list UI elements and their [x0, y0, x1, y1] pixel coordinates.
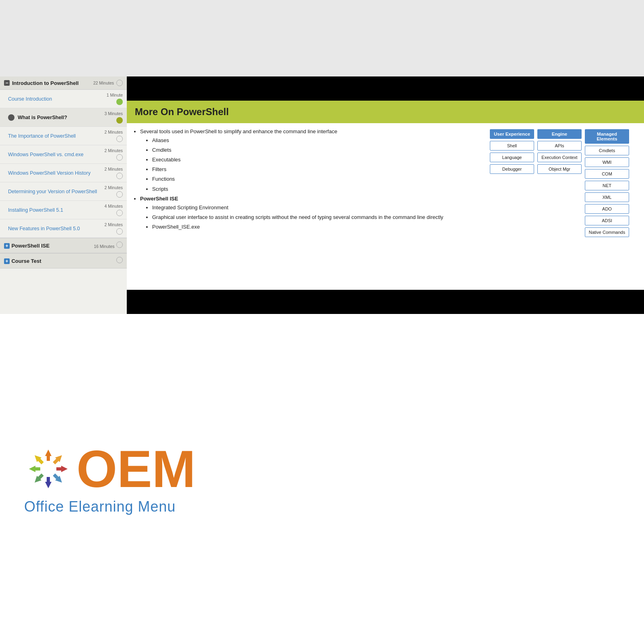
bullet-1: Several tools used in PowerShell to simp… [140, 127, 473, 194]
item-left: Installing PowerShell 5.1 [8, 207, 63, 213]
section-1-duration: 22 Minutes [93, 80, 114, 85]
diagram-header-managed: Managed Elements [585, 129, 629, 144]
sub-bullet-filters: Filters [152, 165, 473, 174]
diagram-item-execution-context: Execution Context [537, 153, 582, 162]
active-dot-icon [8, 114, 14, 121]
svg-marker-0 [45, 450, 52, 461]
item-duration: 4 Minutes [104, 204, 123, 208]
sub-bullet-scripts: Scripts [152, 185, 473, 194]
section-1-title: Introduction to PowerShell [12, 80, 78, 86]
item-label: Determining your Version of PowerShell [8, 189, 97, 194]
svg-marker-3 [52, 472, 64, 485]
section-3-right [116, 257, 123, 265]
sidebar-section-3-header[interactable]: + Course Test [0, 253, 127, 268]
diagram-item-apis: APIs [537, 141, 582, 151]
svg-marker-5 [32, 472, 45, 485]
section-1-indicator [116, 80, 123, 86]
item-label: The Importance of PowerShell [8, 133, 76, 139]
item-indicator [116, 191, 123, 198]
diagram-header-engine: Engine [537, 129, 582, 139]
sidebar-item-version-history[interactable]: Windows PowerShell Version History 2 Min… [0, 164, 127, 182]
sidebar-item-installing[interactable]: Installing PowerShell 5.1 4 Minutes [0, 201, 127, 219]
item-duration: 1 Minute [107, 93, 123, 97]
diagram-col-engine: Engine APIs Execution Context Object Mgr [537, 129, 582, 237]
item-right: 4 Minutes [104, 204, 123, 216]
sidebar-item-course-intro[interactable]: Course Introduction 1 Minute [0, 90, 127, 108]
main-content-area: − Introduction to PowerShell 22 Minutes … [0, 76, 644, 314]
diagram-col-managed-elements: Managed Elements Cmdlets WMI COM NET XML… [585, 129, 629, 237]
top-gray-area [0, 0, 644, 76]
sidebar-item-determining-version[interactable]: Determining your Version of PowerShell 2… [0, 182, 127, 201]
slide-diagram: User Experience Shell Language Debugger … [481, 127, 638, 286]
item-duration: 2 Minutes [104, 222, 123, 227]
svg-marker-6 [29, 466, 40, 472]
section-2-right: 16 Minutes [94, 242, 123, 250]
svg-marker-7 [32, 453, 45, 465]
sidebar-item-vs-cmd[interactable]: Windows PowerShell vs. cmd.exe 2 Minutes [0, 145, 127, 164]
section-1-right: 22 Minutes [93, 80, 123, 86]
oem-logo-icon [24, 445, 72, 493]
item-duration: 2 Minutes [104, 185, 123, 190]
item-indicator [116, 99, 123, 105]
diagram-item-com: COM [585, 169, 629, 179]
item-label: Installing PowerShell 5.1 [8, 207, 63, 213]
item-indicator [116, 210, 123, 216]
item-left: Windows PowerShell Version History [8, 170, 91, 176]
diagram-item-xml: XML [585, 192, 629, 202]
item-left: Windows PowerShell vs. cmd.exe [8, 152, 84, 157]
section-2-title: PowerShell ISE [11, 243, 50, 249]
item-indicator [116, 228, 123, 235]
item-duration: 3 Minutes [104, 111, 123, 116]
diagram-item-wmi: WMI [585, 157, 629, 167]
section-3-left: + Course Test [4, 257, 41, 264]
sidebar-item-new-features[interactable]: New Features in PowerShell 5.0 2 Minutes [0, 219, 127, 238]
logo-row: OEM [24, 443, 196, 495]
sidebar-item-importance[interactable]: The Importance of PowerShell 2 Minutes [0, 127, 127, 145]
slide-body: Several tools used in PowerShell to simp… [127, 123, 644, 290]
diagram-item-net: NET [585, 181, 629, 190]
svg-marker-1 [52, 453, 64, 465]
expand-icon[interactable]: + [4, 243, 10, 249]
item-duration: 2 Minutes [104, 148, 123, 153]
sidebar: − Introduction to PowerShell 22 Minutes … [0, 76, 127, 314]
sidebar-section-2-header[interactable]: + PowerShell ISE 16 Minutes [0, 238, 127, 253]
diagram-item-language: Language [490, 153, 534, 162]
diagram-item-ado: ADO [585, 204, 629, 214]
bottom-logo-area: OEM Office Elearning Menu [0, 314, 644, 644]
sub-bullet-ise1: Integrated Scripting Environment [152, 203, 473, 212]
item-indicator [116, 154, 123, 161]
diagram-item-cmdlets: Cmdlets [585, 146, 629, 155]
diagram-item-native-commands: Native Commands [585, 227, 629, 237]
item-right: 2 Minutes [104, 167, 123, 179]
sidebar-item-what-is-powershell[interactable]: What is PowerShell? 3 Minutes [0, 108, 127, 127]
sub-bullet-functions: Functions [152, 175, 473, 184]
item-left: What is PowerShell? [8, 114, 67, 121]
item-right: 2 Minutes [104, 148, 123, 161]
item-left: Course Introduction [8, 96, 52, 102]
collapse-icon[interactable]: − [4, 80, 10, 86]
diagram-item-debugger: Debugger [490, 164, 534, 174]
section-3-title: Course Test [11, 258, 41, 264]
item-label: New Features in PowerShell 5.0 [8, 226, 80, 231]
diagram-col-user-experience: User Experience Shell Language Debugger [490, 129, 534, 237]
item-right: 3 Minutes [104, 111, 123, 124]
section-2-left: + PowerShell ISE [4, 242, 50, 249]
video-top-black [127, 76, 644, 101]
item-left: New Features in PowerShell 5.0 [8, 226, 80, 231]
expand-icon-3[interactable]: + [4, 258, 10, 264]
sidebar-section-1-header[interactable]: − Introduction to PowerShell 22 Minutes [0, 76, 127, 90]
section-2-duration: 16 Minutes [94, 244, 114, 249]
diagram-header-ux: User Experience [490, 129, 534, 139]
item-duration: 2 Minutes [104, 167, 123, 171]
logo-container: OEM Office Elearning Menu [24, 443, 196, 515]
item-left: The Importance of PowerShell [8, 133, 76, 139]
video-bottom-black [127, 290, 644, 314]
svg-marker-4 [45, 477, 52, 488]
video-area: More On PowerShell Several tools used in… [127, 76, 644, 314]
diagram-item-adsi: ADSI [585, 216, 629, 225]
diagram-item-shell: Shell [490, 141, 534, 151]
item-right: 1 Minute [107, 93, 123, 105]
item-right: 2 Minutes [104, 130, 123, 142]
item-label: Windows PowerShell vs. cmd.exe [8, 152, 84, 157]
bullet-ise: PowerShell ISE Integrated Scripting Envi… [140, 194, 473, 231]
